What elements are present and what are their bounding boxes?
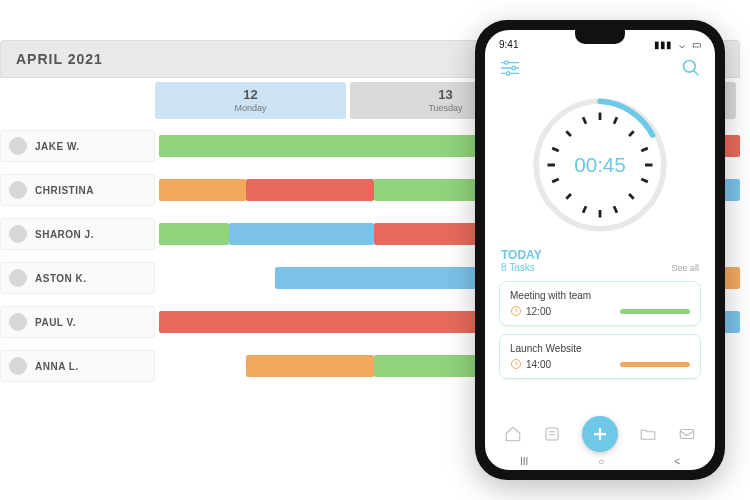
person-label[interactable]: CHRISTINA: [0, 174, 155, 206]
phone-mockup: 9:41 ▮▮▮ ⌵ ▭: [475, 20, 725, 480]
task-bar[interactable]: [159, 223, 229, 245]
svg-line-22: [552, 179, 559, 182]
svg-line-23: [583, 206, 586, 213]
task-bar[interactable]: [229, 223, 374, 245]
svg-line-14: [629, 131, 634, 136]
svg-line-20: [641, 179, 648, 182]
svg-rect-27: [546, 428, 558, 440]
list-icon[interactable]: [543, 425, 561, 443]
folder-icon[interactable]: [639, 425, 657, 443]
svg-line-24: [614, 206, 617, 213]
svg-line-13: [566, 131, 571, 136]
task-progress: [620, 362, 690, 367]
svg-line-21: [552, 148, 559, 151]
wifi-icon: ⌵: [679, 39, 685, 50]
avatar: [9, 357, 27, 375]
avatar: [9, 137, 27, 155]
svg-line-7: [694, 71, 699, 76]
task-bar[interactable]: [159, 311, 519, 333]
svg-point-3: [512, 66, 516, 70]
status-icons: ▮▮▮ ⌵ ▭: [650, 39, 701, 50]
svg-point-5: [506, 72, 510, 76]
person-label[interactable]: PAUL V.: [0, 306, 155, 338]
clock-icon: [510, 305, 522, 317]
task-bar[interactable]: [246, 355, 374, 377]
task-progress: [620, 309, 690, 314]
person-label[interactable]: ASTON K.: [0, 262, 155, 294]
task-bar[interactable]: [246, 179, 374, 201]
svg-point-6: [684, 61, 696, 73]
svg-line-17: [614, 117, 617, 124]
back-key[interactable]: <: [674, 456, 680, 467]
person-label[interactable]: JAKE W.: [0, 130, 155, 162]
battery-icon: ▭: [692, 39, 701, 50]
task-card[interactable]: Launch Website 14:00: [499, 334, 701, 379]
task-count: 8 Tasks: [501, 262, 542, 273]
avatar: [9, 269, 27, 287]
see-all-link[interactable]: See all: [671, 263, 699, 273]
person-label[interactable]: ANNA L.: [0, 350, 155, 382]
task-bar[interactable]: [159, 179, 246, 201]
svg-rect-32: [681, 430, 695, 439]
avatar: [9, 181, 27, 199]
svg-line-15: [566, 194, 571, 199]
add-button[interactable]: [582, 416, 618, 452]
svg-line-19: [641, 148, 648, 151]
svg-line-18: [583, 117, 586, 124]
signal-icon: ▮▮▮: [654, 39, 672, 50]
settings-sliders-icon[interactable]: [499, 59, 521, 81]
today-label: TODAY: [501, 248, 542, 262]
timer[interactable]: 00:45: [485, 84, 715, 248]
clock-icon: [510, 358, 522, 370]
svg-line-16: [629, 194, 634, 199]
svg-point-1: [505, 61, 509, 65]
day-column[interactable]: 12 Monday: [155, 82, 346, 119]
task-bar[interactable]: [159, 135, 479, 157]
task-card[interactable]: Meeting with team 12:00: [499, 281, 701, 326]
home-key[interactable]: ○: [598, 456, 604, 467]
timer-value: 00:45: [574, 153, 626, 176]
avatar: [9, 225, 27, 243]
task-bar[interactable]: [723, 135, 740, 157]
phone-notch: [575, 30, 625, 44]
avatar: [9, 313, 27, 331]
person-label[interactable]: SHARON J.: [0, 218, 155, 250]
bottom-nav: [485, 416, 715, 452]
recents-key[interactable]: III: [520, 456, 528, 467]
mail-icon[interactable]: [678, 425, 696, 443]
status-time: 9:41: [499, 39, 518, 50]
home-icon[interactable]: [504, 425, 522, 443]
search-icon[interactable]: [681, 58, 701, 82]
android-nav-bar: III ○ <: [485, 454, 715, 468]
